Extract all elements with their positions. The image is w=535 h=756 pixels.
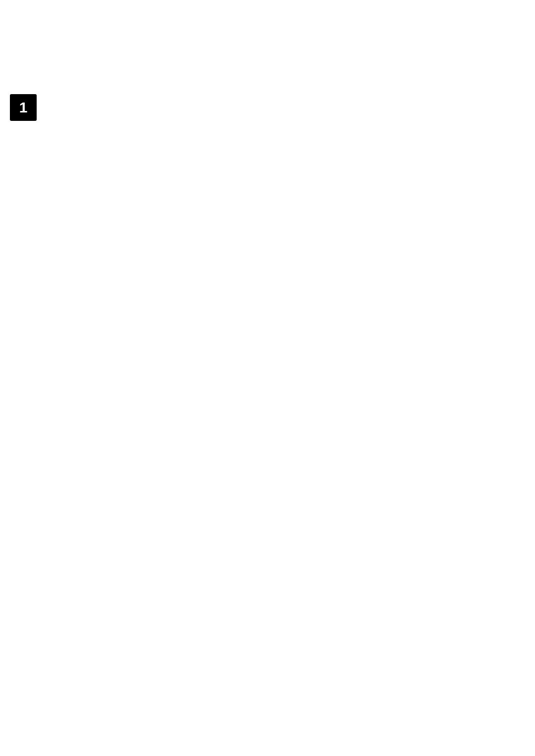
side-tab: 1 [10,94,37,121]
